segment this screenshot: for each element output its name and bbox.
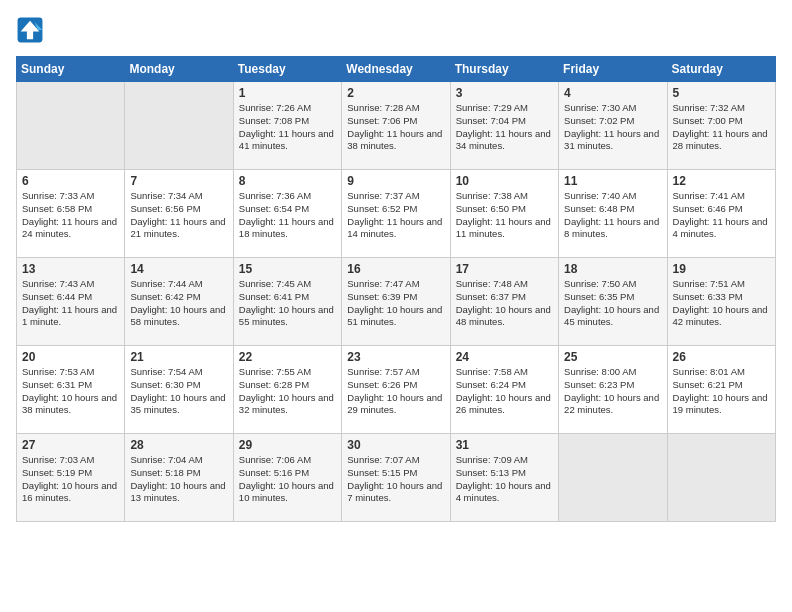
cell-info: Sunrise: 7:44 AM Sunset: 6:42 PM Dayligh… xyxy=(130,278,227,329)
calendar-week-4: 20Sunrise: 7:53 AM Sunset: 6:31 PM Dayli… xyxy=(17,346,776,434)
day-number: 13 xyxy=(22,262,119,276)
day-number: 14 xyxy=(130,262,227,276)
cell-info: Sunrise: 7:37 AM Sunset: 6:52 PM Dayligh… xyxy=(347,190,444,241)
calendar-cell xyxy=(667,434,775,522)
day-number: 21 xyxy=(130,350,227,364)
day-number: 16 xyxy=(347,262,444,276)
day-number: 10 xyxy=(456,174,553,188)
day-number: 5 xyxy=(673,86,770,100)
cell-info: Sunrise: 7:43 AM Sunset: 6:44 PM Dayligh… xyxy=(22,278,119,329)
day-number: 26 xyxy=(673,350,770,364)
day-number: 22 xyxy=(239,350,336,364)
day-number: 19 xyxy=(673,262,770,276)
calendar-cell: 21Sunrise: 7:54 AM Sunset: 6:30 PM Dayli… xyxy=(125,346,233,434)
calendar-cell: 26Sunrise: 8:01 AM Sunset: 6:21 PM Dayli… xyxy=(667,346,775,434)
calendar-cell: 22Sunrise: 7:55 AM Sunset: 6:28 PM Dayli… xyxy=(233,346,341,434)
day-number: 23 xyxy=(347,350,444,364)
cell-info: Sunrise: 8:01 AM Sunset: 6:21 PM Dayligh… xyxy=(673,366,770,417)
calendar-week-1: 1Sunrise: 7:26 AM Sunset: 7:08 PM Daylig… xyxy=(17,82,776,170)
page-header xyxy=(16,16,776,44)
day-number: 8 xyxy=(239,174,336,188)
calendar-cell: 28Sunrise: 7:04 AM Sunset: 5:18 PM Dayli… xyxy=(125,434,233,522)
cell-info: Sunrise: 7:32 AM Sunset: 7:00 PM Dayligh… xyxy=(673,102,770,153)
day-number: 2 xyxy=(347,86,444,100)
day-number: 11 xyxy=(564,174,661,188)
weekday-wednesday: Wednesday xyxy=(342,57,450,82)
day-number: 17 xyxy=(456,262,553,276)
day-number: 24 xyxy=(456,350,553,364)
cell-info: Sunrise: 8:00 AM Sunset: 6:23 PM Dayligh… xyxy=(564,366,661,417)
weekday-saturday: Saturday xyxy=(667,57,775,82)
cell-info: Sunrise: 7:55 AM Sunset: 6:28 PM Dayligh… xyxy=(239,366,336,417)
calendar-cell: 1Sunrise: 7:26 AM Sunset: 7:08 PM Daylig… xyxy=(233,82,341,170)
calendar-cell: 23Sunrise: 7:57 AM Sunset: 6:26 PM Dayli… xyxy=(342,346,450,434)
day-number: 4 xyxy=(564,86,661,100)
calendar-table: SundayMondayTuesdayWednesdayThursdayFrid… xyxy=(16,56,776,522)
day-number: 27 xyxy=(22,438,119,452)
calendar-cell: 24Sunrise: 7:58 AM Sunset: 6:24 PM Dayli… xyxy=(450,346,558,434)
cell-info: Sunrise: 7:09 AM Sunset: 5:13 PM Dayligh… xyxy=(456,454,553,505)
cell-info: Sunrise: 7:29 AM Sunset: 7:04 PM Dayligh… xyxy=(456,102,553,153)
calendar-cell: 27Sunrise: 7:03 AM Sunset: 5:19 PM Dayli… xyxy=(17,434,125,522)
calendar-cell: 14Sunrise: 7:44 AM Sunset: 6:42 PM Dayli… xyxy=(125,258,233,346)
cell-info: Sunrise: 7:36 AM Sunset: 6:54 PM Dayligh… xyxy=(239,190,336,241)
calendar-cell: 12Sunrise: 7:41 AM Sunset: 6:46 PM Dayli… xyxy=(667,170,775,258)
calendar-cell: 7Sunrise: 7:34 AM Sunset: 6:56 PM Daylig… xyxy=(125,170,233,258)
cell-info: Sunrise: 7:54 AM Sunset: 6:30 PM Dayligh… xyxy=(130,366,227,417)
day-number: 31 xyxy=(456,438,553,452)
calendar-cell: 31Sunrise: 7:09 AM Sunset: 5:13 PM Dayli… xyxy=(450,434,558,522)
logo-icon xyxy=(16,16,44,44)
calendar-cell: 29Sunrise: 7:06 AM Sunset: 5:16 PM Dayli… xyxy=(233,434,341,522)
cell-info: Sunrise: 7:03 AM Sunset: 5:19 PM Dayligh… xyxy=(22,454,119,505)
day-number: 12 xyxy=(673,174,770,188)
cell-info: Sunrise: 7:40 AM Sunset: 6:48 PM Dayligh… xyxy=(564,190,661,241)
weekday-header-row: SundayMondayTuesdayWednesdayThursdayFrid… xyxy=(17,57,776,82)
calendar-cell: 17Sunrise: 7:48 AM Sunset: 6:37 PM Dayli… xyxy=(450,258,558,346)
calendar-cell: 15Sunrise: 7:45 AM Sunset: 6:41 PM Dayli… xyxy=(233,258,341,346)
day-number: 29 xyxy=(239,438,336,452)
cell-info: Sunrise: 7:38 AM Sunset: 6:50 PM Dayligh… xyxy=(456,190,553,241)
calendar-cell: 13Sunrise: 7:43 AM Sunset: 6:44 PM Dayli… xyxy=(17,258,125,346)
calendar-week-2: 6Sunrise: 7:33 AM Sunset: 6:58 PM Daylig… xyxy=(17,170,776,258)
day-number: 25 xyxy=(564,350,661,364)
cell-info: Sunrise: 7:30 AM Sunset: 7:02 PM Dayligh… xyxy=(564,102,661,153)
calendar-cell: 30Sunrise: 7:07 AM Sunset: 5:15 PM Dayli… xyxy=(342,434,450,522)
cell-info: Sunrise: 7:28 AM Sunset: 7:06 PM Dayligh… xyxy=(347,102,444,153)
calendar-cell: 8Sunrise: 7:36 AM Sunset: 6:54 PM Daylig… xyxy=(233,170,341,258)
calendar-cell: 9Sunrise: 7:37 AM Sunset: 6:52 PM Daylig… xyxy=(342,170,450,258)
calendar-week-5: 27Sunrise: 7:03 AM Sunset: 5:19 PM Dayli… xyxy=(17,434,776,522)
day-number: 15 xyxy=(239,262,336,276)
calendar-cell: 16Sunrise: 7:47 AM Sunset: 6:39 PM Dayli… xyxy=(342,258,450,346)
day-number: 3 xyxy=(456,86,553,100)
calendar-cell xyxy=(17,82,125,170)
calendar-cell xyxy=(559,434,667,522)
cell-info: Sunrise: 7:45 AM Sunset: 6:41 PM Dayligh… xyxy=(239,278,336,329)
calendar-cell: 6Sunrise: 7:33 AM Sunset: 6:58 PM Daylig… xyxy=(17,170,125,258)
weekday-monday: Monday xyxy=(125,57,233,82)
day-number: 30 xyxy=(347,438,444,452)
weekday-thursday: Thursday xyxy=(450,57,558,82)
calendar-cell: 5Sunrise: 7:32 AM Sunset: 7:00 PM Daylig… xyxy=(667,82,775,170)
weekday-friday: Friday xyxy=(559,57,667,82)
calendar-cell xyxy=(125,82,233,170)
cell-info: Sunrise: 7:06 AM Sunset: 5:16 PM Dayligh… xyxy=(239,454,336,505)
cell-info: Sunrise: 7:53 AM Sunset: 6:31 PM Dayligh… xyxy=(22,366,119,417)
weekday-sunday: Sunday xyxy=(17,57,125,82)
calendar-cell: 10Sunrise: 7:38 AM Sunset: 6:50 PM Dayli… xyxy=(450,170,558,258)
logo xyxy=(16,16,48,44)
cell-info: Sunrise: 7:57 AM Sunset: 6:26 PM Dayligh… xyxy=(347,366,444,417)
calendar-cell: 3Sunrise: 7:29 AM Sunset: 7:04 PM Daylig… xyxy=(450,82,558,170)
calendar-cell: 25Sunrise: 8:00 AM Sunset: 6:23 PM Dayli… xyxy=(559,346,667,434)
cell-info: Sunrise: 7:48 AM Sunset: 6:37 PM Dayligh… xyxy=(456,278,553,329)
calendar-cell: 4Sunrise: 7:30 AM Sunset: 7:02 PM Daylig… xyxy=(559,82,667,170)
cell-info: Sunrise: 7:41 AM Sunset: 6:46 PM Dayligh… xyxy=(673,190,770,241)
day-number: 28 xyxy=(130,438,227,452)
cell-info: Sunrise: 7:50 AM Sunset: 6:35 PM Dayligh… xyxy=(564,278,661,329)
weekday-tuesday: Tuesday xyxy=(233,57,341,82)
cell-info: Sunrise: 7:04 AM Sunset: 5:18 PM Dayligh… xyxy=(130,454,227,505)
day-number: 7 xyxy=(130,174,227,188)
day-number: 18 xyxy=(564,262,661,276)
calendar-cell: 11Sunrise: 7:40 AM Sunset: 6:48 PM Dayli… xyxy=(559,170,667,258)
day-number: 1 xyxy=(239,86,336,100)
cell-info: Sunrise: 7:33 AM Sunset: 6:58 PM Dayligh… xyxy=(22,190,119,241)
